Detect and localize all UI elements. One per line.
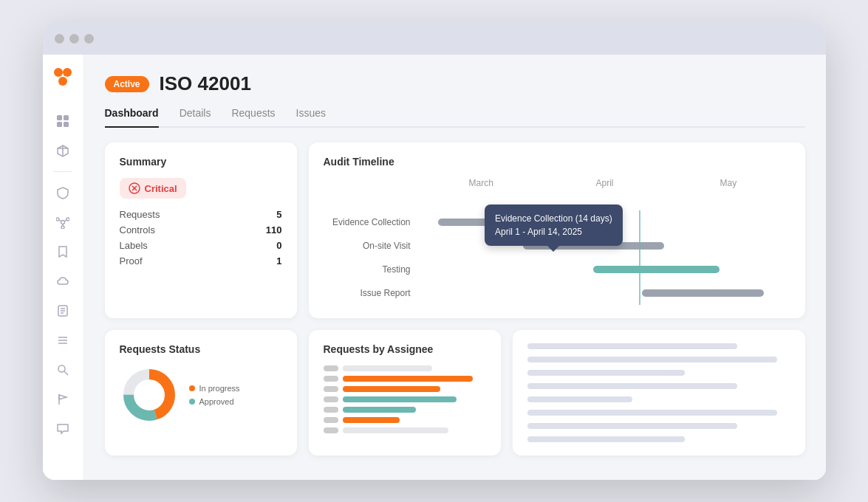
tab-requests[interactable]: Requests [231, 107, 275, 128]
page-header: Active ISO 42001 [105, 72, 805, 95]
stat-value: 110 [266, 224, 282, 235]
browser-dot-green [84, 34, 94, 44]
bottom-cards-grid: Requests Status [105, 330, 805, 455]
flag-icon[interactable] [49, 386, 76, 413]
month-may: May [666, 178, 790, 188]
row-label-onsite: On-site Visit [324, 241, 420, 251]
nodes-icon[interactable] [49, 209, 76, 235]
tab-details[interactable]: Details [180, 107, 211, 128]
assignee-bar-row-5 [324, 407, 486, 413]
page-title: ISO 42001 [160, 72, 251, 95]
bar-fill [343, 407, 416, 413]
timeline-row-issuereport: Issue Report [324, 281, 790, 305]
requests-assignee-card: Requests by Assignee [309, 330, 501, 455]
assignee-bar-chart [324, 365, 486, 433]
tab-bar: Dashboard Details Requests Issues [105, 107, 805, 128]
tooltip-subtitle: April 1 - April 14, 2025 [495, 225, 612, 238]
main-content: Active ISO 42001 Dashboard Details Reque… [84, 55, 826, 480]
legend-approved: Approved [189, 397, 240, 406]
bar-label-mini [324, 365, 338, 371]
svg-rect-5 [57, 122, 62, 127]
report-icon[interactable] [49, 298, 76, 324]
stat-value: 0 [276, 240, 281, 251]
placeholder-line [527, 343, 738, 349]
summary-card: Summary Critical Requests 5 [105, 142, 297, 318]
bar-fill [343, 396, 457, 402]
donut-container: In progress Approved [120, 365, 282, 424]
browser-dot-red [55, 34, 64, 44]
browser-titlebar [43, 22, 826, 55]
timeline-card: Audit Timeline March April May Evidence [309, 142, 805, 318]
today-line [639, 210, 640, 305]
bar-fill [343, 427, 448, 433]
browser-window: Active ISO 42001 Dashboard Details Reque… [43, 22, 826, 480]
bar-label-mini [324, 376, 338, 382]
row-label-testing: Testing [324, 264, 420, 275]
stat-label: Proof [120, 255, 143, 267]
donut-legend: In progress Approved [189, 384, 240, 406]
timeline-title: Audit Timeline [324, 156, 790, 168]
svg-rect-3 [57, 115, 62, 120]
shield-icon[interactable] [49, 179, 76, 206]
row-label-issuereport: Issue Report [324, 288, 420, 298]
svg-point-10 [61, 221, 65, 224]
browser-dot-yellow [69, 34, 79, 44]
bar-label-mini [324, 417, 338, 423]
chat-icon[interactable] [49, 416, 76, 442]
bar-label-mini [324, 386, 338, 392]
bookmark-icon[interactable] [49, 238, 76, 265]
tab-dashboard[interactable]: Dashboard [105, 107, 159, 128]
month-april: April [543, 178, 666, 188]
legend-label-inprogress: In progress [199, 384, 240, 393]
browser-dots [55, 34, 94, 44]
requests-status-title: Requests Status [120, 343, 282, 355]
track-testing [420, 258, 790, 281]
placeholder-line [527, 436, 686, 442]
sidebar [43, 55, 84, 480]
placeholder-line [527, 383, 738, 389]
placeholder-line [527, 357, 777, 362]
requests-assignee-title: Requests by Assignee [324, 343, 486, 355]
grid-icon[interactable] [49, 108, 76, 134]
svg-line-14 [59, 220, 61, 221]
cube-icon[interactable] [49, 137, 76, 164]
legend-dot-orange [189, 385, 195, 391]
bar-label-mini [324, 427, 338, 433]
stat-label: Labels [120, 240, 148, 251]
legend-label-approved: Approved [199, 397, 234, 406]
timeline-row-testing: Testing [324, 258, 790, 281]
bar-fill [343, 365, 432, 371]
svg-point-0 [54, 68, 63, 77]
donut-chart [120, 365, 179, 424]
bar-testing [593, 266, 720, 273]
placeholder-line [527, 410, 777, 416]
placeholder-line [527, 423, 738, 429]
stat-value: 1 [276, 255, 281, 267]
month-march: March [420, 178, 543, 188]
tab-issues[interactable]: Issues [296, 107, 326, 128]
app-logo [51, 66, 75, 90]
svg-point-12 [66, 218, 69, 221]
top-cards-grid: Summary Critical Requests 5 [105, 142, 805, 318]
timeline-rows-container: Evidence Collection (14 days) April 1 - … [324, 210, 790, 305]
svg-rect-4 [64, 115, 69, 120]
legend-inprogress: In progress [189, 384, 240, 393]
svg-point-11 [56, 218, 59, 221]
stat-labels: Labels 0 [120, 240, 282, 251]
status-badge: Active [105, 76, 149, 92]
sidebar-divider-1 [54, 171, 72, 172]
tooltip-title: Evidence Collection (14 days) [495, 212, 612, 225]
timeline-tooltip: Evidence Collection (14 days) April 1 - … [485, 204, 623, 246]
svg-point-1 [63, 68, 72, 77]
bar-label-mini [324, 407, 338, 413]
requests-status-card: Requests Status [105, 330, 297, 455]
svg-rect-6 [64, 122, 69, 127]
list-icon[interactable] [49, 327, 76, 354]
stat-label: Requests [120, 209, 160, 220]
assignee-bar-row-4 [324, 396, 486, 402]
cloud-icon[interactable] [49, 268, 76, 295]
search-icon[interactable] [49, 357, 76, 383]
assignee-bar-row-7 [324, 427, 486, 433]
bar-fill [343, 376, 473, 382]
critical-icon [129, 182, 140, 194]
